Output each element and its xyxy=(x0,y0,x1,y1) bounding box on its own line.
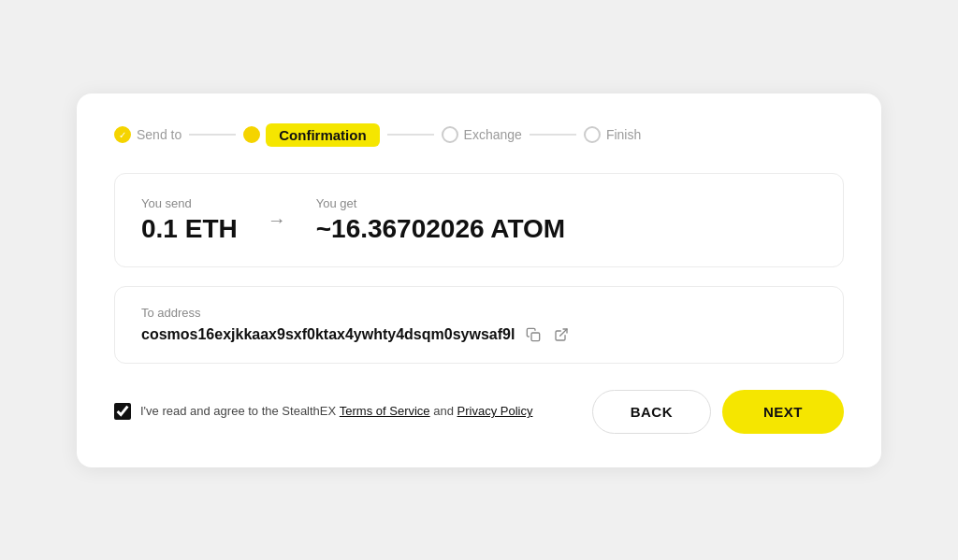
step-connector-1 xyxy=(189,134,236,136)
step-send-to-indicator: ✓ xyxy=(114,126,131,143)
step-exchange: Exchange xyxy=(442,126,522,143)
address-label: To address xyxy=(141,306,817,320)
terms-text: I've read and agree to the StealthEX Ter… xyxy=(140,402,532,421)
step-confirmation-indicator xyxy=(243,126,260,143)
terms-separator: and xyxy=(430,404,457,418)
check-icon: ✓ xyxy=(119,130,126,140)
svg-rect-0 xyxy=(531,333,540,341)
terms-of-service-link[interactable]: Terms of Service xyxy=(340,404,430,418)
terms-checkbox[interactable] xyxy=(114,403,131,420)
send-side: You send 0.1 ETH xyxy=(141,196,238,244)
copy-button[interactable] xyxy=(524,325,543,344)
step-confirmation-label: Confirmation xyxy=(266,123,379,147)
terms-prefix: I've read and agree to the StealthEX xyxy=(140,404,340,418)
exchange-card: You send 0.1 ETH → You get ~16.36702026 … xyxy=(114,173,844,267)
address-value: cosmos16exjkkaax9sxf0ktax4ywhty4dsqm0syw… xyxy=(141,326,515,343)
copy-icon xyxy=(526,327,541,342)
step-confirmation: Confirmation xyxy=(243,123,379,147)
address-row: cosmos16exjkkaax9sxf0ktax4ywhty4dsqm0syw… xyxy=(141,325,817,344)
send-label: You send xyxy=(141,196,238,210)
step-exchange-indicator xyxy=(442,126,458,143)
step-connector-2 xyxy=(387,134,434,136)
address-card: To address cosmos16exjkkaax9sxf0ktax4ywh… xyxy=(114,286,844,364)
next-button[interactable]: NEXT xyxy=(722,390,844,434)
external-link-icon xyxy=(554,327,569,342)
privacy-policy-link[interactable]: Privacy Policy xyxy=(457,404,533,418)
main-card: ✓ Send to Confirmation Exchange Finish Y… xyxy=(77,93,881,467)
step-finish: Finish xyxy=(584,126,641,143)
get-side: You get ~16.36702026 ATOM xyxy=(316,196,565,244)
step-finish-indicator xyxy=(584,126,601,143)
step-exchange-label: Exchange xyxy=(464,127,522,142)
send-value: 0.1 ETH xyxy=(141,214,238,244)
svg-line-1 xyxy=(560,329,567,336)
back-button[interactable]: BACK xyxy=(592,390,711,434)
step-finish-label: Finish xyxy=(606,127,641,142)
step-connector-3 xyxy=(530,134,576,136)
terms-area: I've read and agree to the StealthEX Ter… xyxy=(114,402,577,421)
arrow-icon: → xyxy=(268,209,286,231)
step-send-to: ✓ Send to xyxy=(114,126,181,143)
step-send-to-label: Send to xyxy=(137,127,181,142)
get-label: You get xyxy=(316,196,565,210)
external-link-button[interactable] xyxy=(552,325,571,344)
get-value: ~16.36702026 ATOM xyxy=(316,214,565,244)
bottom-row: I've read and agree to the StealthEX Ter… xyxy=(114,390,844,434)
stepper: ✓ Send to Confirmation Exchange Finish xyxy=(114,123,844,147)
action-buttons: BACK NEXT xyxy=(592,390,844,434)
